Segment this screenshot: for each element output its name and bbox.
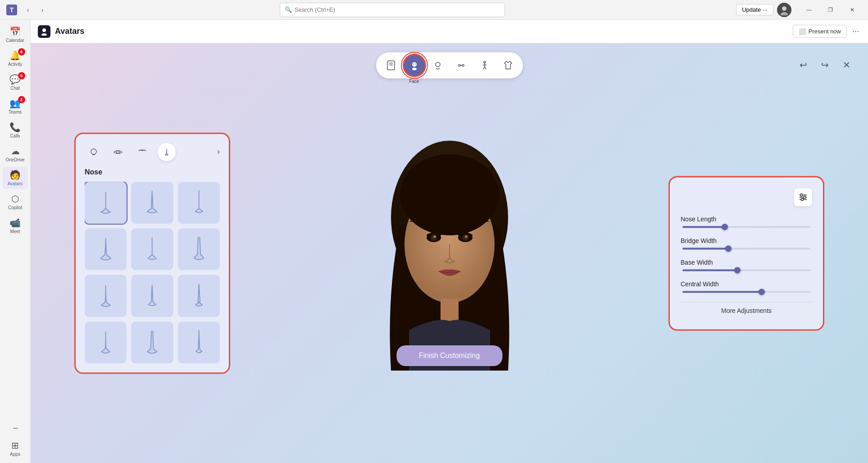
nose-item-9[interactable] <box>178 275 220 317</box>
sidebar-item-onedrive[interactable]: ☁ OneDrive <box>3 143 28 165</box>
svg-point-16 <box>484 61 486 63</box>
editor-area: Face <box>31 43 868 463</box>
central-width-group: Central Width <box>681 280 812 293</box>
calls-icon: 📞 <box>9 122 21 133</box>
sidebar-item-teams[interactable]: 2 👥 Teams <box>3 95 28 117</box>
close-editor-button[interactable]: ✕ <box>838 57 854 73</box>
nose-item-10[interactable] <box>85 321 127 363</box>
bridge-width-label: Bridge Width <box>681 237 812 244</box>
svg-point-13 <box>436 62 440 67</box>
svg-rect-6 <box>387 61 395 70</box>
badge-chat: 5 <box>18 72 25 79</box>
bridge-width-track[interactable] <box>682 248 810 249</box>
more-adjustments-button[interactable]: More Adjustments <box>681 302 812 318</box>
nose-length-thumb[interactable] <box>722 224 728 230</box>
svg-point-4 <box>42 28 46 32</box>
face-tab-wrapper: Face <box>404 55 425 76</box>
ellipsis-icon: ··· <box>763 6 768 13</box>
nose-item-11[interactable] <box>131 321 173 363</box>
minimize-button[interactable]: — <box>799 3 819 17</box>
present-now-button[interactable]: ⬜ Present now <box>793 25 847 38</box>
nose-item-3[interactable] <box>178 182 220 224</box>
tab-face-shape[interactable] <box>85 143 103 161</box>
right-panel: Nose Length Bridge Width Bas <box>670 177 823 329</box>
svg-point-27 <box>465 235 468 238</box>
nose-item-5[interactable] <box>131 228 173 270</box>
svg-point-3 <box>781 12 788 15</box>
redo-button[interactable]: ↪ <box>817 57 833 73</box>
nose-item-8[interactable] <box>131 275 173 317</box>
toolbar-body2-button[interactable] <box>451 55 472 76</box>
copilot-icon: ⬡ <box>11 193 19 204</box>
onedrive-icon: ☁ <box>11 146 20 156</box>
app-container: 📅 Calendar 6 🔔 Activity 5 💬 Chat 2 👥 Tea… <box>0 20 868 463</box>
panel-next-button[interactable]: › <box>217 147 220 156</box>
nose-item-7[interactable] <box>85 275 127 317</box>
sidebar: 📅 Calendar 6 🔔 Activity 5 💬 Chat 2 👥 Tea… <box>0 20 31 463</box>
nose-item-1[interactable] <box>85 182 127 224</box>
toolbar-body-button[interactable] <box>381 55 401 76</box>
svg-point-32 <box>804 196 806 198</box>
svg-point-5 <box>41 33 47 36</box>
base-width-thumb[interactable] <box>734 267 741 273</box>
sidebar-item-apps[interactable]: ⊞ Apps <box>3 437 28 459</box>
finish-customizing-button[interactable]: Finish Customizing <box>396 345 502 366</box>
adjustments-icon-button[interactable] <box>794 188 812 206</box>
sidebar-item-meet[interactable]: 📹 Meet <box>3 215 28 237</box>
badge-activity: 6 <box>18 48 25 55</box>
central-width-label: Central Width <box>681 280 812 287</box>
svg-point-14 <box>459 64 460 66</box>
tab-eyes[interactable] <box>109 143 127 161</box>
window-controls: — ❐ ✕ <box>799 3 863 17</box>
tab-eyebrows[interactable] <box>133 143 151 161</box>
sidebar-item-more[interactable]: ··· <box>3 420 28 435</box>
base-width-track[interactable] <box>682 269 810 271</box>
bridge-width-group: Bridge Width <box>681 237 812 249</box>
search-input[interactable] <box>295 6 500 13</box>
panel-section-title: Nose <box>85 168 220 176</box>
nose-length-track[interactable] <box>682 226 810 228</box>
undo-button[interactable]: ↩ <box>795 57 811 73</box>
sidebar-item-calls[interactable]: 📞 Calls <box>3 119 28 141</box>
sidebar-item-copilot[interactable]: ⬡ Copilot <box>3 191 28 213</box>
sidebar-item-activity[interactable]: 6 🔔 Activity <box>3 47 28 69</box>
svg-point-26 <box>433 235 436 238</box>
back-button[interactable]: ‹ <box>22 4 34 16</box>
tab-nose[interactable] <box>158 143 176 161</box>
page-title: Avatars <box>55 27 84 36</box>
search-icon: 🔍 <box>285 6 292 13</box>
toolbar-head-button[interactable] <box>427 55 448 76</box>
nose-item-12[interactable] <box>178 321 220 363</box>
central-width-track[interactable] <box>682 291 810 293</box>
title-bar: T ‹ › 🔍 Update ··· — ❐ ✕ <box>0 0 868 20</box>
toolbar-pose-button[interactable] <box>474 55 495 76</box>
bridge-width-fill <box>682 248 728 249</box>
svg-point-10 <box>412 68 417 70</box>
avatar-display <box>355 127 544 380</box>
bridge-width-thumb[interactable] <box>725 245 732 252</box>
sidebar-item-avatars[interactable]: 🧑 Avatars <box>3 167 28 189</box>
base-width-fill <box>682 269 737 271</box>
toolbar-outfit-button[interactable] <box>498 55 518 76</box>
nose-length-group: Nose Length <box>681 215 812 228</box>
nose-item-6[interactable] <box>178 228 220 270</box>
maximize-button[interactable]: ❐ <box>820 3 841 17</box>
nose-item-4[interactable] <box>85 228 127 270</box>
user-avatar[interactable] <box>777 3 791 17</box>
svg-point-12 <box>415 64 416 64</box>
header-more-button[interactable]: ··· <box>850 25 861 38</box>
central-width-thumb[interactable] <box>759 289 765 295</box>
close-button[interactable]: ✕ <box>842 3 863 17</box>
sidebar-item-calendar[interactable]: 📅 Calendar <box>3 23 28 46</box>
nose-item-2[interactable] <box>131 182 173 224</box>
forward-button[interactable]: › <box>36 4 49 16</box>
top-right-controls: ↩ ↪ ✕ <box>795 57 854 73</box>
svg-point-18 <box>117 151 119 153</box>
avatars-icon: 🧑 <box>9 170 21 180</box>
svg-point-2 <box>782 6 786 11</box>
sidebar-item-chat[interactable]: 5 💬 Chat <box>3 71 28 93</box>
svg-point-21 <box>400 154 499 235</box>
panel-tabs: › <box>85 143 220 161</box>
toolbar-face-button[interactable] <box>404 55 425 76</box>
update-button[interactable]: Update ··· <box>736 4 773 15</box>
